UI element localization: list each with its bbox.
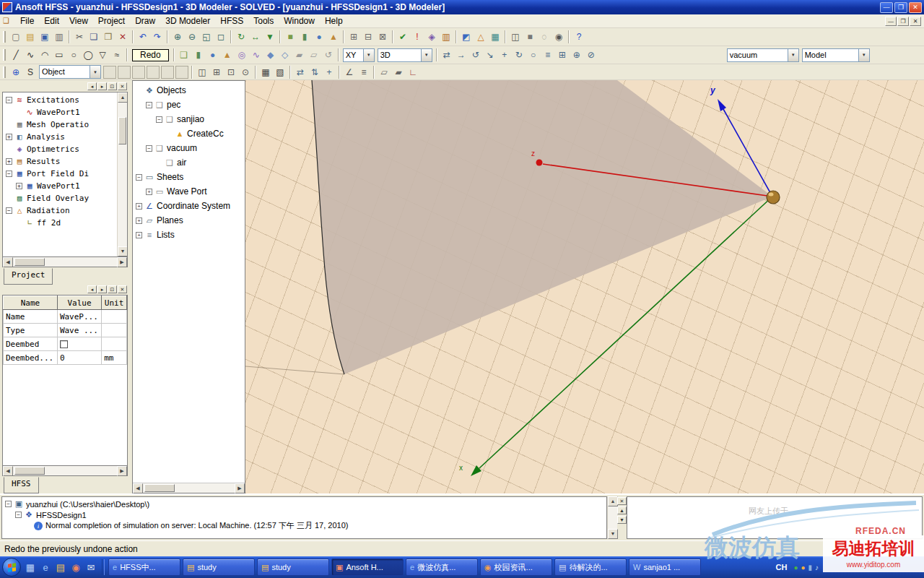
scroll-down-icon[interactable]: ▼ <box>118 246 128 256</box>
scroll-down-icon[interactable]: ▼ <box>608 529 618 539</box>
show-icon[interactable]: ◉ <box>552 30 565 43</box>
model-item-createcc[interactable]: ▲CreateCc <box>133 126 245 141</box>
model-item-coordinate-system[interactable]: +∠Coordinate System <box>133 199 245 213</box>
move-icon[interactable]: + <box>498 48 511 61</box>
draw-cylinder-icon[interactable]: ▮ <box>298 30 311 43</box>
paste-icon[interactable]: ❐ <box>102 30 115 43</box>
optimetrics-icon[interactable]: ◈ <box>425 30 438 43</box>
model-item-vacuum[interactable]: −❑vacuum <box>133 141 245 155</box>
expand-icon[interactable]: + <box>16 183 22 189</box>
draw-sphere-icon[interactable]: ● <box>313 30 326 43</box>
collapse-icon[interactable]: − <box>156 116 162 123</box>
media-icon[interactable]: ◉ <box>69 559 83 575</box>
undo-icon[interactable]: ↶ <box>136 30 149 43</box>
solid-cylinder-icon[interactable]: ▮ <box>192 48 205 61</box>
tree-item-results[interactable]: +▤Results <box>3 155 117 168</box>
draw-arc-icon[interactable]: ◠ <box>38 48 51 61</box>
move-x-icon[interactable]: ⇄ <box>294 66 307 79</box>
modeler-3d-viewport[interactable]: z y x <box>245 80 924 493</box>
selection-mode-combo[interactable]: Object▼ <box>39 65 101 79</box>
solution-type-icon[interactable]: S <box>24 66 37 79</box>
tree-item-port-waveport1[interactable]: +▦WavePort1 <box>3 180 117 192</box>
boolean-subtract-icon[interactable]: ⊟ <box>362 30 375 43</box>
expand-icon[interactable]: + <box>136 203 142 210</box>
solid-sphere-icon[interactable]: ● <box>206 48 219 61</box>
column-header-name[interactable]: Name <box>4 296 58 310</box>
draw-sweep-icon[interactable]: ≈ <box>110 48 123 61</box>
menu-tools[interactable]: Tools <box>248 14 279 27</box>
scroll-up-icon[interactable]: ▲ <box>118 92 128 103</box>
copy-icon[interactable]: ❏ <box>87 30 100 43</box>
property-value[interactable] <box>57 337 101 351</box>
snap-vertex-icon[interactable]: ⊙ <box>239 66 252 79</box>
mdi-close-button[interactable]: ✕ <box>910 17 921 26</box>
tray-volume-icon[interactable]: ♪ <box>815 564 819 571</box>
message-project[interactable]: −▣yuanzhui (C:\Users\haier\Desktop\) <box>2 499 606 509</box>
collapse-icon[interactable]: − <box>6 171 12 177</box>
move-y-icon[interactable]: ⇅ <box>308 66 321 79</box>
new-icon[interactable]: ▢ <box>9 30 22 43</box>
menu-file[interactable]: File <box>15 14 39 27</box>
scroll-right-icon[interactable]: ▶ <box>235 483 245 493</box>
toolbar-grip[interactable] <box>3 49 6 61</box>
mail-icon[interactable]: ✉ <box>84 559 98 575</box>
tray-message-icon[interactable]: ● <box>801 564 805 571</box>
message-design[interactable]: −❖HFSSDesign1 <box>2 509 606 520</box>
expand-icon[interactable]: + <box>136 217 142 224</box>
attach-icon[interactable]: ⊕ <box>570 48 583 61</box>
menu-view[interactable]: View <box>64 14 93 27</box>
view-combo[interactable]: 3D▼ <box>378 48 432 62</box>
fields-icon[interactable]: ◩ <box>460 30 473 43</box>
collapse-icon[interactable]: − <box>146 102 152 108</box>
task-xiaoyuan-zixun[interactable]: ◉校园资讯... <box>480 558 552 576</box>
model-item-sheets[interactable]: −▭Sheets <box>133 170 245 184</box>
window-tile-icon[interactable]: ⊞ <box>210 66 223 79</box>
model-item-planes[interactable]: +▱Planes <box>133 213 245 228</box>
scroll-up-icon[interactable]: ▲ <box>608 496 618 506</box>
model-item-pec[interactable]: −❑pec <box>133 98 245 112</box>
tree-item-optimetrics[interactable]: ◈Optimetrics <box>3 143 117 155</box>
snap-grid-icon[interactable]: ⊡ <box>225 66 237 79</box>
mdi-minimize-button[interactable]: — <box>885 17 897 26</box>
float-panel-button[interactable]: ⊡ <box>108 82 117 90</box>
radiation-icon[interactable]: △ <box>474 30 487 43</box>
material-combo[interactable]: vacuum▼ <box>727 48 799 62</box>
draw-ellipse-icon[interactable]: ○ <box>67 48 80 61</box>
zoom-in-icon[interactable]: ⊕ <box>171 30 184 43</box>
menu-help[interactable]: Help <box>320 14 348 27</box>
properties-hscrollbar[interactable]: ◀ ▶ <box>2 466 128 476</box>
surface-icon[interactable]: ▰ <box>293 48 306 61</box>
expand-icon[interactable]: + <box>136 232 142 238</box>
task-sanjao1[interactable]: Wsanjao1 ... <box>629 558 701 576</box>
tree-item-excitations[interactable]: −≋Excitations <box>3 94 117 106</box>
scroll-thumb[interactable] <box>14 467 45 475</box>
menu-hfss[interactable]: HFSS <box>215 14 248 27</box>
scroll-right-button[interactable]: ▸ <box>97 82 107 90</box>
solid-torus-icon[interactable]: ◎ <box>235 48 248 61</box>
solid-prism-icon[interactable]: ◆ <box>264 48 277 61</box>
expand-icon[interactable]: + <box>6 158 12 165</box>
tray-shield-icon[interactable]: ● <box>793 564 798 571</box>
project-tree-hscrollbar[interactable]: ◀ ▶ <box>2 257 128 267</box>
local-cs-icon[interactable]: ∟ <box>406 66 419 79</box>
close-panel-button[interactable]: ✕ <box>118 82 127 90</box>
model-item-air[interactable]: ❑air <box>133 155 245 170</box>
solid-helix-icon[interactable]: ∿ <box>250 48 263 61</box>
scroll-right-icon[interactable]: ▶ <box>117 257 127 267</box>
redo-tooltip[interactable]: Redo <box>132 49 169 61</box>
scroll-left-button[interactable]: ◂ <box>87 285 97 293</box>
property-value[interactable]: 0 <box>57 351 101 365</box>
message-info[interactable]: iNormal completion of simulation on serv… <box>2 520 606 531</box>
column-header-value[interactable]: Value <box>57 296 101 310</box>
boolean-unite-icon[interactable]: ⊞ <box>347 30 360 43</box>
analyze-icon[interactable]: ! <box>411 30 424 43</box>
restore-button[interactable]: ❐ <box>894 2 907 13</box>
chevron-down-icon[interactable]: ▼ <box>788 49 798 61</box>
task-ansoft-hfss[interactable]: ▣Ansoft H... <box>331 558 404 576</box>
zoom-out-icon[interactable]: ⊖ <box>186 30 199 43</box>
window-cascade-icon[interactable]: ◫ <box>196 66 209 79</box>
mesh-icon[interactable]: ▦ <box>489 30 502 43</box>
offset-icon[interactable]: ○ <box>527 48 540 61</box>
float-panel-button[interactable]: ⊡ <box>108 285 117 293</box>
align-icon[interactable]: ≡ <box>541 48 554 61</box>
